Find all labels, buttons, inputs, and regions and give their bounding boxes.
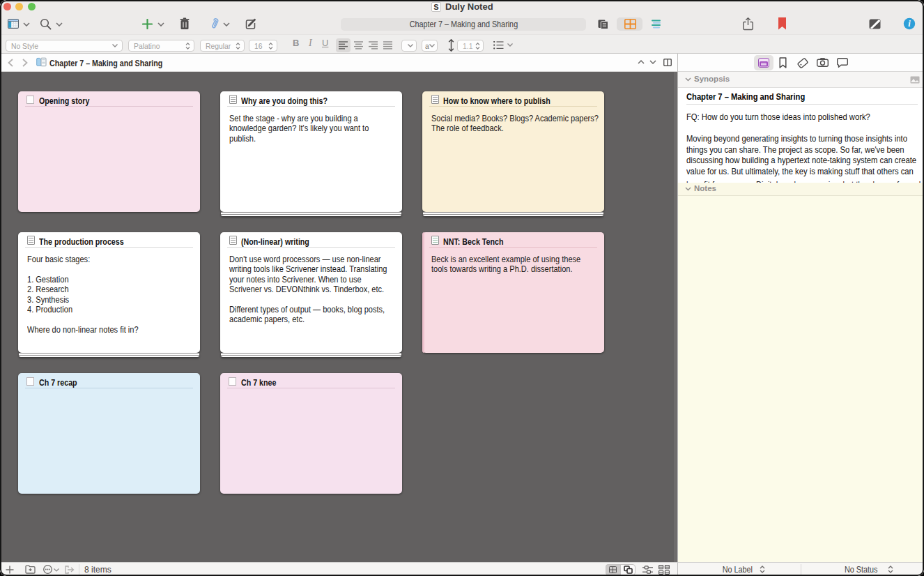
svg-text:i: i	[908, 19, 911, 29]
